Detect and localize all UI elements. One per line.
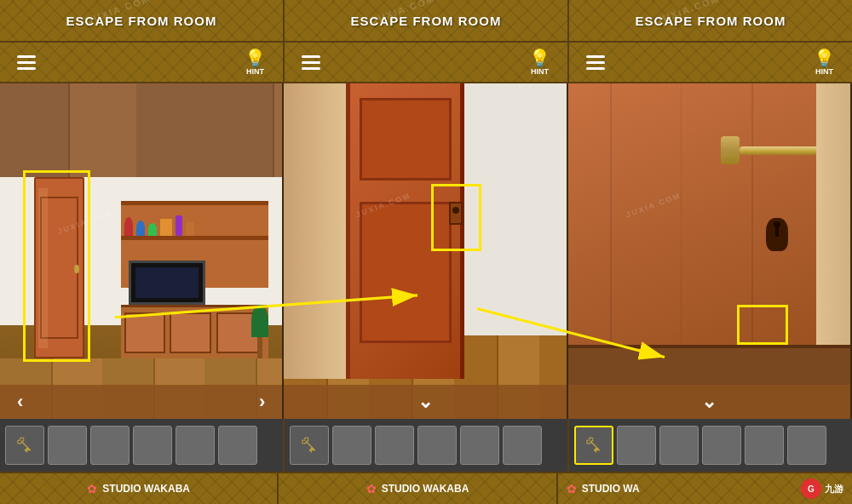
grain-2 <box>681 83 682 345</box>
right-arrow-button[interactable]: › <box>259 391 265 413</box>
logo-g-icon: G <box>808 484 815 494</box>
plant <box>251 305 268 358</box>
tv-screen <box>135 267 199 298</box>
keyhole-area-p2 <box>449 202 462 226</box>
footer-section-2: ✿ STUDIO WAKABA <box>279 473 557 504</box>
door-frame-right <box>816 83 850 345</box>
item-slot-2-3[interactable] <box>375 426 414 465</box>
item-slot-1-2[interactable] <box>48 426 87 465</box>
cabinet <box>121 305 268 358</box>
door-panel3-surface <box>568 83 850 345</box>
keyhole-hole <box>774 221 780 228</box>
item-1 <box>124 217 133 236</box>
title-bar: ESCAPE FROM ROOM JUXIA.COM ESCAPE FROM R… <box>0 0 852 43</box>
logo-text: 九游 <box>825 483 843 495</box>
nav-bar: 💡 HINT 💡 HINT 💡 HINT <box>0 43 852 83</box>
keyhole-circle-p2 <box>452 207 459 214</box>
item-slot-2-6[interactable] <box>503 426 542 465</box>
hamburger-button-3[interactable] <box>586 55 605 70</box>
item-6 <box>186 222 194 236</box>
item-slot-1-4[interactable] <box>133 426 172 465</box>
item-slot-3-6[interactable] <box>787 426 826 465</box>
nav-arrows-panel1: ‹ › <box>0 385 282 419</box>
wood-ceiling <box>0 83 282 177</box>
footer-section-3: ✿ STUDIO WA G 九游 <box>558 473 852 504</box>
item-slot-2-5[interactable] <box>460 426 499 465</box>
door-handle[interactable] <box>721 130 828 170</box>
keyhole-slot <box>775 228 779 237</box>
door-panel1-highlight <box>38 188 48 348</box>
item-slot-1-5[interactable] <box>176 426 215 465</box>
tv <box>129 261 205 305</box>
title-panel-2: ESCAPE FROM ROOM JUXIA.COM <box>285 0 569 41</box>
door-p2-bot-panel <box>360 202 452 343</box>
item-slot-3-3[interactable] <box>659 426 699 465</box>
studio-label-2: STUDIO WAKABA <box>382 483 469 495</box>
handle-bar <box>740 146 827 154</box>
hint-label-2: HINT <box>531 67 549 76</box>
flower-icon-3: ✿ <box>567 482 577 495</box>
item-slot-2-4[interactable] <box>417 426 457 465</box>
game-area: ‹ › JUXIA.COM ⌄ JU <box>0 83 852 419</box>
item-slot-3-1[interactable]: 🗝 <box>574 426 613 465</box>
studio-label-3: STUDIO WA <box>582 483 640 495</box>
hint-label-3: HINT <box>815 67 833 76</box>
game-panel-1[interactable]: ‹ › JUXIA.COM <box>0 83 284 419</box>
item-slot-3-5[interactable] <box>745 426 784 465</box>
door-panel2[interactable] <box>346 83 464 379</box>
item-slot-2-2[interactable] <box>332 426 371 465</box>
nav-panel-1: 💡 HINT <box>0 43 285 82</box>
shelf-unit <box>121 201 268 358</box>
title-text-2: ESCAPE FROM ROOM <box>351 14 502 28</box>
bulb-icon-2: 💡 <box>529 49 550 66</box>
title-text-3: ESCAPE FROM ROOM <box>636 14 786 28</box>
shelf-items-top <box>124 205 194 236</box>
item-slot-2-1[interactable]: 🗝 <box>290 426 329 465</box>
nav-down-panel2: ⌄ <box>284 385 566 419</box>
nav-panel-2: 💡 HINT <box>285 43 569 82</box>
down-arrow-button-2[interactable]: ⌄ <box>417 391 433 413</box>
item-5 <box>176 215 182 236</box>
item-slot-1-3[interactable] <box>90 426 130 465</box>
key-icon-1: 🗝 <box>10 431 39 460</box>
bulb-icon-1: 💡 <box>245 49 266 66</box>
footer-bar: ✿ STUDIO WAKABA ✿ STUDIO WAKABA ✿ STUDIO… <box>0 472 852 504</box>
cabinet-door-2 <box>170 312 210 353</box>
hint-button-3[interactable]: 💡 HINT <box>814 49 835 76</box>
game-panel-2[interactable]: ⌄ JUXIA.COM <box>284 83 567 419</box>
down-arrow-button-3[interactable]: ⌄ <box>701 391 717 413</box>
item-3 <box>148 223 157 236</box>
keyhole-p3[interactable] <box>766 218 789 251</box>
key-icon-2: 🗝 <box>295 431 324 460</box>
hamburger-button-2[interactable] <box>302 55 320 70</box>
item-4 <box>160 219 172 236</box>
title-text-1: ESCAPE FROM ROOM <box>66 14 217 28</box>
item-slot-1-1[interactable]: 🗝 <box>5 426 44 465</box>
panel1-background: ‹ › JUXIA.COM <box>0 83 282 419</box>
hint-button-1[interactable]: 💡 HINT <box>245 49 266 76</box>
door-panel1[interactable] <box>34 177 85 358</box>
item-bar-section-3: 🗝 <box>569 419 852 472</box>
item-slot-3-4[interactable] <box>702 426 741 465</box>
nav-down-panel3: ⌄ <box>568 385 850 419</box>
door-p2-top-panel <box>360 98 452 180</box>
nav-panel-3: 💡 HINT <box>569 43 852 82</box>
grain-1 <box>610 83 612 345</box>
item-bar-section-1: 🗝 <box>0 419 285 472</box>
item-slot-3-2[interactable] <box>617 426 656 465</box>
key-icon-3: 🗝 <box>579 431 608 460</box>
grain-3 <box>751 83 753 345</box>
hamburger-button-1[interactable] <box>17 55 36 70</box>
app-logo: G 九游 <box>801 478 843 499</box>
item-bar-section-2: 🗝 <box>285 419 569 472</box>
left-arrow-button[interactable]: ‹ <box>17 391 23 413</box>
bulb-icon-3: 💡 <box>814 49 835 66</box>
item-slot-1-6[interactable] <box>218 426 257 465</box>
title-panel-3: ESCAPE FROM ROOM JUXIA.COM <box>569 0 852 41</box>
cabinet-door-1 <box>124 312 165 353</box>
left-wall-panel2 <box>284 83 346 379</box>
hint-button-2[interactable]: 💡 HINT <box>529 49 550 76</box>
game-panel-3[interactable]: ⌄ JUXIA.COM <box>568 83 852 419</box>
door-knob-p1 <box>74 265 79 273</box>
item-2 <box>136 220 145 236</box>
